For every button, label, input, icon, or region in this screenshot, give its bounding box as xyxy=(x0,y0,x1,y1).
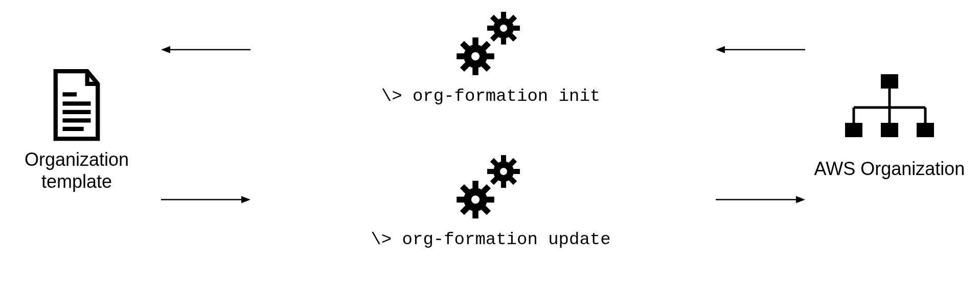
arrow-init-to-template xyxy=(161,44,250,56)
update-step: \> org-formation update xyxy=(286,148,695,249)
organization-template-label-line1: Organization xyxy=(0,148,153,170)
org-chart-icon xyxy=(838,72,941,148)
organization-template-node: Organization template xyxy=(0,67,153,192)
document-icon xyxy=(49,67,105,143)
svg-rect-11 xyxy=(845,123,862,137)
svg-marker-29 xyxy=(241,196,250,203)
svg-marker-27 xyxy=(716,46,725,53)
arrow-aws-to-init xyxy=(716,44,805,56)
svg-rect-5 xyxy=(881,74,898,89)
svg-rect-13 xyxy=(917,123,934,137)
arrow-update-to-aws xyxy=(716,193,805,206)
init-command: \> org-formation init xyxy=(286,86,695,106)
arrow-template-to-update xyxy=(161,193,250,206)
gears-icon xyxy=(447,5,534,79)
svg-marker-25 xyxy=(161,46,170,53)
init-step: \> org-formation init xyxy=(286,5,695,106)
update-command: \> org-formation update xyxy=(286,230,695,249)
svg-rect-12 xyxy=(881,123,898,137)
svg-marker-31 xyxy=(796,196,805,203)
aws-organization-node: AWS Organization xyxy=(803,72,976,180)
diagram-canvas: Organization template AWS Organization xyxy=(0,0,980,303)
gears-icon xyxy=(447,148,534,223)
aws-organization-label: AWS Organization xyxy=(803,158,976,180)
organization-template-label-line2: template xyxy=(0,170,153,192)
